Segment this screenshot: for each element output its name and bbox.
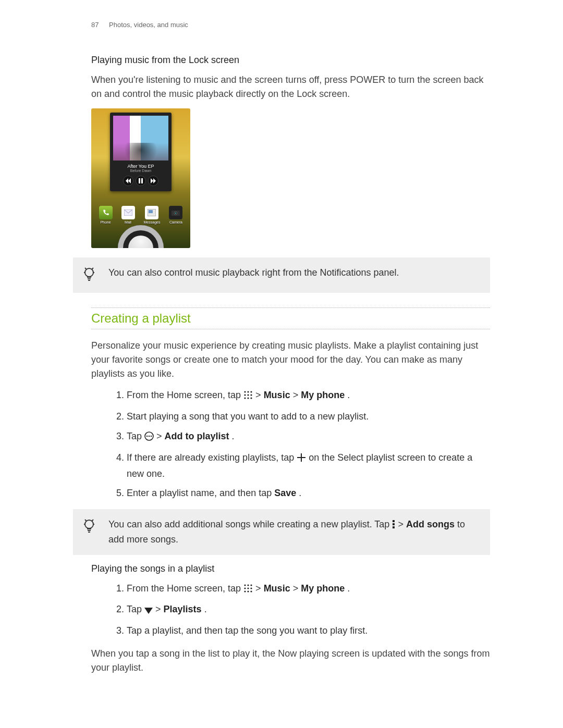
- svg-point-33: [247, 590, 249, 592]
- svg-point-12: [244, 394, 246, 396]
- svg-rect-23: [393, 520, 395, 522]
- svg-point-30: [247, 587, 249, 589]
- svg-point-32: [244, 590, 246, 592]
- steps-create-playlist: From the Home screen, tap > Music > My p…: [91, 388, 490, 501]
- svg-point-28: [250, 584, 252, 586]
- svg-point-10: [247, 391, 249, 392]
- more-vertical-icon: [392, 519, 395, 533]
- step-2: Start playing a song that you want to ad…: [127, 410, 490, 424]
- dock-mail: Mail: [121, 206, 135, 224]
- svg-rect-24: [393, 523, 395, 525]
- step-4: If there are already existing playlists,…: [127, 451, 490, 482]
- svg-point-7: [175, 213, 177, 214]
- playback-controls: [113, 176, 168, 186]
- step-1: From the Home screen, tap > Music > My p…: [127, 582, 490, 598]
- svg-rect-1: [141, 178, 143, 183]
- lockscreen-dock: Phone Mail Messages Camera: [91, 206, 190, 224]
- phone-icon: [99, 206, 113, 219]
- apps-grid-icon: [243, 583, 253, 598]
- paragraph-playlist-intro: Personalize your music experience by cre…: [91, 339, 490, 381]
- step-2: Tap > Playlists .: [127, 602, 490, 619]
- svg-point-26: [244, 584, 246, 586]
- steps-play-songs: From the Home screen, tap > Music > My p…: [91, 582, 490, 639]
- track-title: After You EP: [113, 164, 168, 169]
- svg-point-31: [250, 587, 252, 589]
- svg-point-29: [244, 587, 246, 589]
- lockscreen-ring: [118, 225, 164, 248]
- dock-camera: Camera: [169, 206, 182, 224]
- music-widget: After You EP Before Dawn: [110, 113, 172, 191]
- tip-text: You can also add additional songs while …: [108, 517, 480, 546]
- tip-add-songs: You can also add additional songs while …: [73, 509, 490, 554]
- pause-button: [136, 176, 146, 186]
- track-artist: Before Dawn: [113, 169, 168, 172]
- lightbulb-icon: [83, 267, 99, 285]
- plus-icon: [297, 452, 306, 467]
- svg-point-17: [250, 397, 252, 399]
- svg-rect-4: [149, 210, 153, 213]
- messages-icon: [145, 206, 158, 219]
- heading-lockscreen-music: Playing music from the Lock screen: [91, 55, 490, 66]
- tip-text: You can also control music playback righ…: [108, 266, 399, 279]
- svg-point-20: [149, 435, 150, 437]
- page-number: 87: [91, 21, 99, 29]
- mail-icon: [121, 206, 135, 219]
- paragraph-now-playing: When you tap a song in the list to play …: [91, 647, 490, 675]
- camera-icon: [169, 206, 182, 219]
- step-3: Tap > Add to playlist .: [127, 429, 490, 446]
- chapter-title: Photos, videos, and music: [109, 21, 188, 29]
- dock-phone: Phone: [99, 206, 113, 224]
- album-art: [113, 116, 168, 161]
- page-header: 87 Photos, videos, and music: [91, 21, 490, 29]
- next-button: [148, 176, 158, 186]
- step-3: Tap a playlist, and then tap the song yo…: [127, 624, 490, 638]
- svg-point-19: [146, 435, 148, 437]
- heading-playing-songs: Playing the songs in a playlist: [91, 563, 490, 574]
- tip-notifications-panel: You can also control music playback righ…: [73, 257, 490, 293]
- svg-rect-0: [139, 178, 140, 183]
- svg-point-34: [250, 590, 252, 592]
- heading-creating-playlist: Creating a playlist: [91, 307, 490, 329]
- dropdown-triangle-icon: [144, 604, 153, 619]
- svg-point-21: [151, 435, 152, 437]
- step-1: From the Home screen, tap > Music > My p…: [127, 388, 490, 404]
- svg-point-14: [250, 394, 252, 396]
- svg-point-9: [244, 391, 246, 392]
- svg-rect-25: [393, 526, 395, 528]
- prev-button: [123, 176, 133, 186]
- lockscreen-illustration: After You EP Before Dawn Phone: [91, 108, 190, 248]
- dock-messages: Messages: [144, 206, 161, 224]
- svg-point-15: [244, 397, 246, 399]
- svg-point-16: [247, 397, 249, 399]
- more-horizontal-icon: [144, 431, 154, 446]
- svg-point-13: [247, 394, 249, 396]
- svg-point-27: [247, 584, 249, 586]
- lightbulb-icon: [83, 519, 99, 536]
- step-5: Enter a playlist name, and then tap Save…: [127, 486, 490, 501]
- svg-point-11: [250, 391, 252, 392]
- paragraph-lockscreen: When you're listening to music and the s…: [91, 73, 490, 101]
- apps-grid-icon: [243, 390, 253, 404]
